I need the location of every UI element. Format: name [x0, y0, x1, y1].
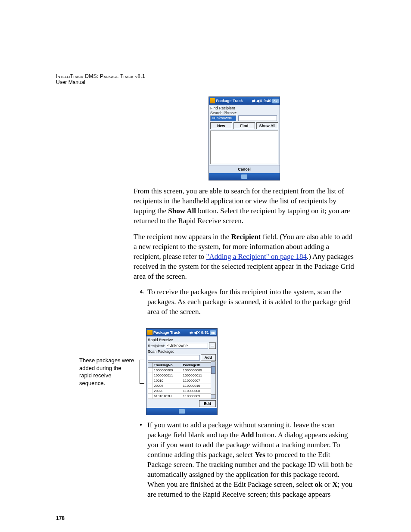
figure-rapid-receive: These packages were added during the rap… [79, 328, 355, 415]
device-titlebar: Package Track ⇄ ◀✕ 9:40 ok [209, 97, 280, 105]
callout-bracket [140, 360, 144, 384]
step-4: 4. To receive the packages for this reci… [134, 287, 355, 323]
page-header: IntelliTrack DMS: Package Track v8.1 Use… [56, 73, 355, 85]
device-titlebar-2: Package Track ⇄ ◀✕ 9:51 ok [146, 329, 217, 336]
callout-text: These packages were added during the rap… [79, 357, 135, 387]
device-title: Package Track [216, 99, 243, 103]
keyboard-icon[interactable] [241, 174, 247, 179]
link-adding-recipient[interactable]: "Adding a Recipient" on page 184 [206, 252, 307, 261]
volume-icon: ◀✕ [256, 99, 263, 103]
table-row: 10000000111000000011 [148, 373, 211, 378]
search-phrase-label: Search Phrase: [210, 111, 278, 115]
volume-icon: ◀✕ [194, 330, 200, 335]
app-icon [210, 98, 215, 103]
ok-button[interactable]: ok [272, 99, 279, 103]
scan-package-field[interactable] [148, 355, 200, 361]
header-subtitle: User Manual [56, 79, 85, 85]
search-phrase-field[interactable]: <Unknown> [210, 115, 236, 121]
device-title-2: Package Track [153, 330, 181, 335]
col-packageid[interactable]: PackageID [182, 363, 211, 368]
table-row: 20005110000010 [148, 383, 211, 389]
device-time: 9:40 [264, 99, 271, 103]
package-grid[interactable]: TrackingNo PackageID 1000000009100000000… [148, 362, 211, 399]
search-phrase-extra[interactable] [238, 115, 277, 121]
edit-button[interactable]: Edit [199, 400, 216, 407]
app-icon [147, 330, 153, 335]
connectivity-icon: ⇄ [252, 99, 255, 103]
device-find-recipient: Package Track ⇄ ◀✕ 9:40 ok Find Recipien… [209, 96, 280, 180]
show-all-button[interactable]: Show All [256, 122, 278, 129]
bullet-marker: • [140, 420, 147, 430]
scroll-down-icon[interactable] [211, 394, 215, 398]
find-button[interactable]: Find [234, 122, 255, 129]
bullet-add-package: • If you want to add a package without s… [140, 420, 355, 506]
keyboard-icon[interactable] [179, 409, 185, 414]
recipient-browse-button[interactable]: ... [209, 342, 216, 349]
screen-heading: Find Recipient [210, 106, 278, 110]
device-rapid-receive: Package Track ⇄ ◀✕ 9:51 ok Rapid Receive… [146, 328, 218, 415]
device-time-2: 9:51 [201, 330, 209, 335]
new-button[interactable]: New [210, 122, 232, 129]
table-row: 10000000091000000009 [148, 368, 211, 373]
page-number: 178 [56, 515, 65, 521]
connectivity-icon: ⇄ [190, 330, 193, 335]
step-4-text: To receive the packages for this recipie… [147, 287, 355, 317]
cancel-button[interactable]: Cancel [238, 167, 251, 171]
results-list[interactable] [210, 131, 278, 164]
recipient-field[interactable]: <Unknown> [166, 343, 208, 348]
col-trackingno[interactable]: TrackingNo [153, 363, 182, 368]
add-button[interactable]: Add [201, 354, 216, 361]
table-row: 20028110000008 [148, 389, 211, 394]
header-product: IntelliTrack DMS: Package Track v8.1 [56, 73, 145, 79]
scroll-thumb[interactable] [211, 366, 215, 374]
ok-button-2[interactable]: ok [210, 330, 216, 335]
scan-package-label: Scan Package: [148, 349, 216, 354]
recipient-label: Recipient: [148, 344, 165, 348]
step-number: 4. [134, 289, 147, 294]
scroll-up-icon[interactable] [211, 362, 215, 366]
figure-find-recipient: Package Track ⇄ ◀✕ 9:40 ok Find Recipien… [134, 96, 355, 180]
screen-heading-2: Rapid Receive [148, 338, 216, 342]
table-row: 61910103H110000009 [148, 394, 211, 399]
paragraph-2: The recipient now appears in the Recipie… [134, 232, 355, 282]
paragraph-1: From this screen, you are able to search… [134, 187, 355, 226]
table-row: 10010110000007 [148, 378, 211, 383]
grid-scrollbar[interactable] [211, 361, 216, 399]
